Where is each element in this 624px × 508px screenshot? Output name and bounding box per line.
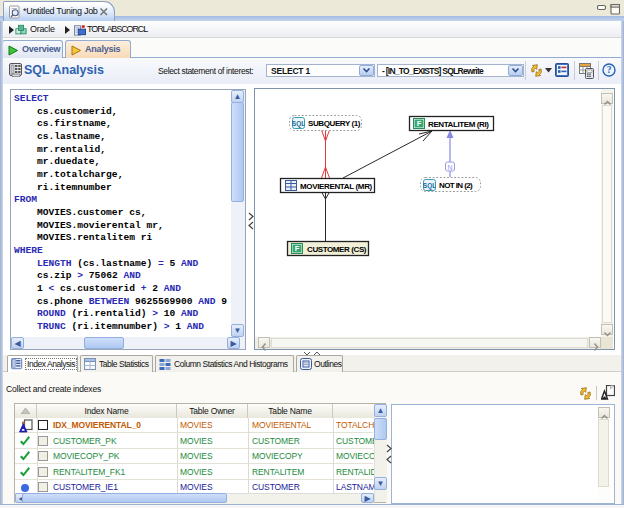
svg-text:F: F — [417, 119, 422, 128]
svg-text:N: N — [447, 164, 452, 171]
svg-text:?: ? — [607, 65, 612, 75]
svg-text:SQL: SQL — [423, 182, 436, 190]
svg-text:SQL: SQL — [292, 120, 305, 128]
svg-text:F: F — [295, 244, 300, 253]
